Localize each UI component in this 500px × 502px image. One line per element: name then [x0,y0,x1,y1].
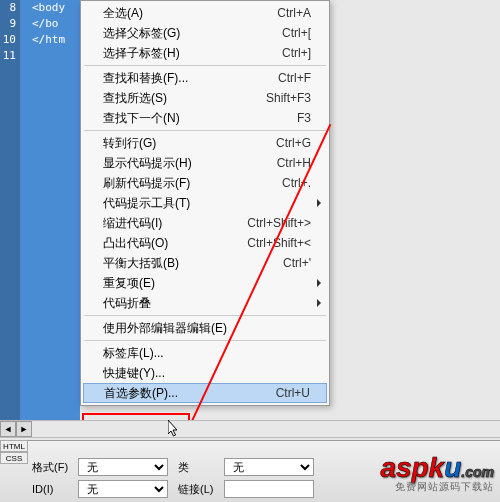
menu-separator [84,315,326,316]
menu-item[interactable]: 重复项(E) [83,273,327,293]
scroll-left-button[interactable]: ◄ [0,421,16,437]
menu-item-shortcut: Ctrl+U [276,386,310,400]
link-input[interactable] [224,480,314,498]
properties-panel: HTML CSS 格式(F) 无 类 无 ID(I) 无 链接(L) aspku… [0,440,500,502]
menu-item[interactable]: 快捷键(Y)... [83,363,327,383]
code-editor[interactable]: <body </bo </htm [20,0,80,420]
menu-item-label: 代码提示工具(T) [103,195,311,212]
format-select[interactable]: 无 [78,458,168,476]
watermark-text: aspk [380,452,444,483]
menu-item[interactable]: 代码提示工具(T) [83,193,327,213]
watermark-text: u [444,452,461,483]
menu-item-label: 平衡大括弧(B) [103,255,275,272]
watermark: aspku.com 免费网站源码下载站 [380,452,494,494]
menu-item-shortcut: Ctrl+[ [282,26,311,40]
menu-item[interactable]: 代码折叠 [83,293,327,313]
menu-item[interactable]: 使用外部编辑器编辑(E) [83,318,327,338]
line-number: 9 [0,16,20,32]
tab-html[interactable]: HTML [0,440,28,452]
line-number: 8 [0,0,20,16]
menu-item[interactable]: 首选参数(P)...Ctrl+U [83,383,327,403]
watermark-text: .com [461,464,494,480]
code-line [20,48,80,64]
menu-item-label: 选择子标签(H) [103,45,274,62]
code-line: </bo [20,16,80,32]
menu-separator [84,340,326,341]
menu-item-shortcut: Ctrl+' [283,256,311,270]
line-number-gutter: 8 9 10 11 [0,0,20,420]
menu-item[interactable]: 全选(A)Ctrl+A [83,3,327,23]
menu-item-shortcut: Ctrl+A [277,6,311,20]
menu-item-shortcut: F3 [297,111,311,125]
menu-item-label: 缩进代码(I) [103,215,239,232]
menu-item-label: 快捷键(Y)... [103,365,311,382]
line-number: 11 [0,48,20,64]
tab-css[interactable]: CSS [0,452,28,464]
link-label: 链接(L) [178,482,213,497]
class-select[interactable]: 无 [224,458,314,476]
menu-item-label: 全选(A) [103,5,269,22]
menu-item[interactable]: 缩进代码(I)Ctrl+Shift+> [83,213,327,233]
scroll-right-button[interactable]: ► [16,421,32,437]
menu-separator [84,65,326,66]
menu-item[interactable]: 查找所选(S)Shift+F3 [83,88,327,108]
menu-item-label: 凸出代码(O) [103,235,239,252]
code-line: <body [20,0,80,16]
submenu-arrow-icon [317,299,321,307]
code-line: </htm [20,32,80,48]
menu-item-shortcut: Shift+F3 [266,91,311,105]
menu-item-label: 标签库(L)... [103,345,311,362]
menu-item-label: 首选参数(P)... [104,385,268,402]
menu-item-label: 查找下一个(N) [103,110,289,127]
menu-item[interactable]: 凸出代码(O)Ctrl+Shift+< [83,233,327,253]
menu-item-label: 查找和替换(F)... [103,70,270,87]
menu-item[interactable]: 标签库(L)... [83,343,327,363]
watermark-subtitle: 免费网站源码下载站 [380,480,494,494]
menu-item-label: 刷新代码提示(F) [103,175,274,192]
menu-item[interactable]: 查找和替换(F)...Ctrl+F [83,68,327,88]
menu-item[interactable]: 显示代码提示(H)Ctrl+H [83,153,327,173]
menu-item-label: 选择父标签(G) [103,25,274,42]
menu-item-shortcut: Ctrl+H [277,156,311,170]
menu-item-label: 查找所选(S) [103,90,258,107]
submenu-arrow-icon [317,279,321,287]
menu-item-shortcut: Ctrl+F [278,71,311,85]
menu-item-label: 显示代码提示(H) [103,155,269,172]
menu-item[interactable]: 刷新代码提示(F)Ctrl+. [83,173,327,193]
submenu-arrow-icon [317,199,321,207]
line-number: 10 [0,32,20,48]
menu-item[interactable]: 选择父标签(G)Ctrl+[ [83,23,327,43]
class-label: 类 [178,460,213,475]
menu-item[interactable]: 选择子标签(H)Ctrl+] [83,43,327,63]
menu-item-label: 转到行(G) [103,135,268,152]
format-label: 格式(F) [32,460,68,475]
menu-item[interactable]: 平衡大括弧(B)Ctrl+' [83,253,327,273]
id-select[interactable]: 无 [78,480,168,498]
menu-item-shortcut: Ctrl+Shift+< [247,236,311,250]
menu-item-shortcut: Ctrl+G [276,136,311,150]
horizontal-scrollbar[interactable]: ◄ ► [0,420,500,438]
menu-item-shortcut: Ctrl+. [282,176,311,190]
menu-item-label: 代码折叠 [103,295,311,312]
id-label: ID(I) [32,483,68,495]
menu-item-shortcut: Ctrl+] [282,46,311,60]
menu-separator [84,130,326,131]
menu-item[interactable]: 查找下一个(N)F3 [83,108,327,128]
context-menu[interactable]: 全选(A)Ctrl+A选择父标签(G)Ctrl+[选择子标签(H)Ctrl+]查… [80,0,330,406]
menu-item-shortcut: Ctrl+Shift+> [247,216,311,230]
menu-item[interactable]: 转到行(G)Ctrl+G [83,133,327,153]
menu-item-label: 重复项(E) [103,275,311,292]
menu-item-label: 使用外部编辑器编辑(E) [103,320,311,337]
